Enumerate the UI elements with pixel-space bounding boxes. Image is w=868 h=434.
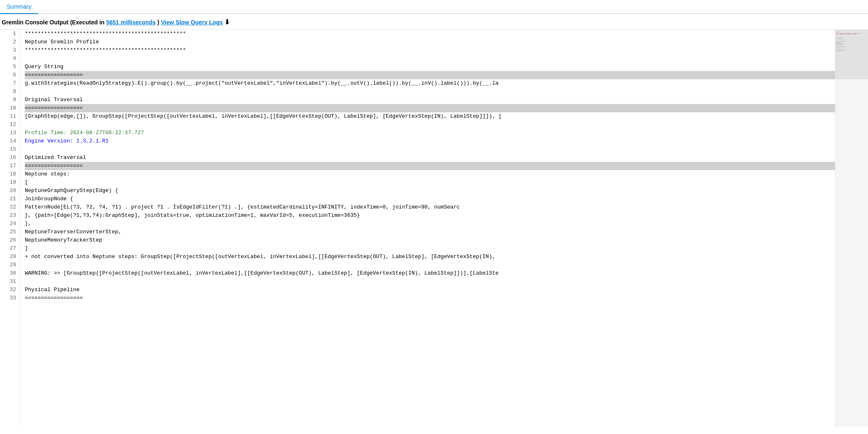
code-line: Neptune steps: [25,170,835,178]
code-line: ================== [25,104,835,112]
code-line [25,55,835,63]
code-line: [GraphStep(edge,[]), GroupStep([ProjectS… [25,112,835,121]
minimap-viewport [835,30,868,79]
line-number: 15 [0,145,19,154]
line-number: 18 [0,170,19,178]
code-line: NeptuneGraphQueryStep(Edge) { [25,187,835,195]
line-number: 32 [0,286,19,294]
line-number: 22 [0,203,19,211]
code-line: JoinGroupNode { [25,195,835,203]
line-number: 27 [0,244,19,253]
code-line: ****************************************… [25,46,835,55]
line-number: 13 [0,129,19,137]
line-number: 5 [0,63,19,71]
code-line [25,121,835,129]
code-line: ================== [25,294,835,302]
line-number: 19 [0,178,19,187]
code-line [25,277,835,286]
line-number: 25 [0,228,19,236]
view-slow-query-logs-link[interactable]: View Slow Query Logs [161,19,223,26]
line-number: 1 [0,30,19,38]
code-container: 1234567891011121314151617181920212223242… [0,30,868,427]
tab-bar: Summary [0,0,868,14]
line-number: 26 [0,236,19,244]
code-line: + not converted into Neptune steps: Grou… [25,253,835,261]
code-line: Neptune Gremlin Profile [25,38,835,46]
code-content: ****************************************… [20,30,835,427]
code-line: PatternNode[EL(?3, ?2, ?4, ?1) . project… [25,203,835,211]
code-line [25,145,835,154]
code-line [25,261,835,269]
line-number: 23 [0,211,19,220]
line-number: 12 [0,121,19,129]
line-number: 16 [0,154,19,162]
header-prefix: Gremlin Console Output (Executed in [2,19,105,26]
header-row: Gremlin Console Output (Executed in 5651… [0,14,868,30]
line-number: 11 [0,112,19,121]
line-number: 17 [0,162,19,170]
line-number: 30 [0,269,19,277]
line-numbers: 1234567891011121314151617181920212223242… [0,30,20,427]
line-number: 14 [0,137,19,145]
line-number: 20 [0,187,19,195]
tab-summary[interactable]: Summary [0,0,38,14]
line-number: 2 [0,38,19,46]
line-number: 31 [0,277,19,286]
line-number: 9 [0,96,19,104]
line-number: 4 [0,55,19,63]
line-number: 21 [0,195,19,203]
line-number: 33 [0,294,19,302]
code-line: Engine Version: 1.3.2.1.R1 [25,137,835,145]
line-number: 8 [0,88,19,96]
line-number: 24 [0,220,19,228]
code-line: Original Traversal [25,96,835,104]
line-number: 6 [0,71,19,79]
code-line: ================== [25,71,835,79]
code-line: [ [25,178,835,187]
execution-time-link[interactable]: 5651 milliseconds [106,19,156,26]
code-line: Query String [25,63,835,71]
line-number: 28 [0,253,19,261]
code-line: }, {path=[Edge(?1,?3,?4):GraphStep], joi… [25,211,835,220]
code-line: g.withStrategies(ReadOnlyStrategy).E().g… [25,79,835,88]
code-line: ================== [25,162,835,170]
code-line [25,88,835,96]
minimap: **** **** Neptune Gremlin Profile **** *… [835,30,868,427]
code-line: WARNING: >> [GroupStep([ProjectStep([out… [25,269,835,277]
code-line: Profile Time: 2024-08-27T08:22:37.727 [25,129,835,137]
code-line: ] [25,244,835,253]
code-line: NeptuneMemoryTrackerStep [25,236,835,244]
download-icon[interactable]: ⬇ [224,18,230,26]
line-number: 29 [0,261,19,269]
code-line: }, [25,220,835,228]
code-line: Physical Pipeline [25,286,835,294]
line-number: 7 [0,79,19,88]
code-line: Optimized Traversal [25,154,835,162]
line-number: 10 [0,104,19,112]
line-number: 3 [0,46,19,55]
code-line: NeptuneTraverserConverterStep, [25,228,835,236]
code-line: ****************************************… [25,30,835,38]
header-suffix: ) [157,19,159,26]
